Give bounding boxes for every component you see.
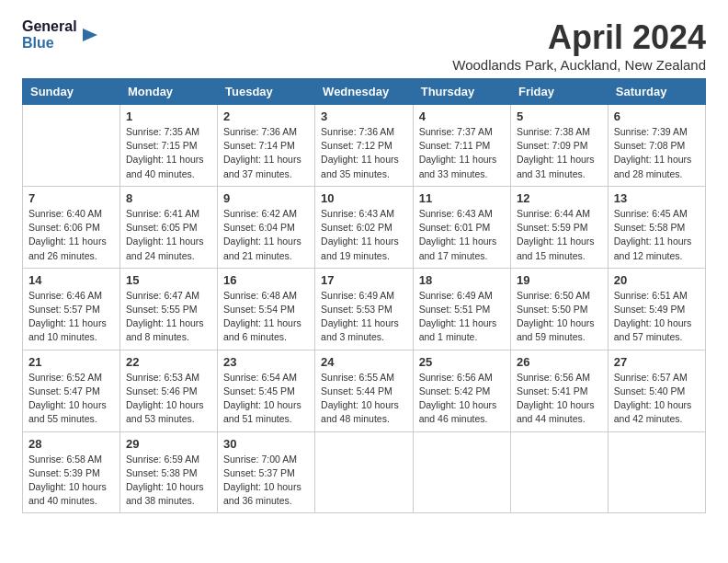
day-number: 5 (517, 109, 602, 123)
calendar-cell (510, 431, 608, 513)
day-number: 14 (28, 273, 114, 287)
calendar-cell: 30Sunrise: 7:00 AM Sunset: 5:37 PM Dayli… (218, 431, 315, 513)
day-number: 7 (28, 191, 114, 205)
day-info: Sunrise: 6:55 AM Sunset: 5:44 PM Dayligh… (321, 371, 407, 427)
calendar-cell: 21Sunrise: 6:52 AM Sunset: 5:47 PM Dayli… (23, 350, 120, 431)
column-header-monday: Monday (119, 79, 217, 105)
page-header: General Blue April 2024 Woodlands Park, … (22, 18, 706, 73)
day-number: 25 (419, 355, 505, 369)
day-info: Sunrise: 6:46 AM Sunset: 5:57 PM Dayligh… (28, 289, 114, 345)
calendar-cell: 27Sunrise: 6:57 AM Sunset: 5:40 PM Dayli… (608, 350, 705, 431)
column-header-thursday: Thursday (413, 79, 510, 105)
column-header-saturday: Saturday (608, 79, 705, 105)
day-info: Sunrise: 6:52 AM Sunset: 5:47 PM Dayligh… (28, 371, 114, 427)
calendar-week-row: 1Sunrise: 7:35 AM Sunset: 7:15 PM Daylig… (23, 105, 706, 187)
calendar-cell: 13Sunrise: 6:45 AM Sunset: 5:58 PM Dayli… (608, 186, 705, 268)
calendar-cell: 2Sunrise: 7:36 AM Sunset: 7:14 PM Daylig… (218, 105, 315, 187)
day-info: Sunrise: 6:54 AM Sunset: 5:45 PM Dayligh… (223, 371, 309, 427)
title-block: April 2024 Woodlands Park, Auckland, New… (452, 18, 706, 73)
day-number: 8 (126, 191, 211, 205)
day-info: Sunrise: 7:00 AM Sunset: 5:37 PM Dayligh… (223, 453, 309, 509)
calendar-week-row: 7Sunrise: 6:40 AM Sunset: 6:06 PM Daylig… (23, 186, 706, 268)
calendar-cell: 17Sunrise: 6:49 AM Sunset: 5:53 PM Dayli… (315, 268, 414, 350)
day-number: 17 (321, 273, 407, 287)
day-number: 22 (126, 355, 211, 369)
calendar-header-row: SundayMondayTuesdayWednesdayThursdayFrid… (23, 79, 706, 105)
day-number: 26 (517, 355, 602, 369)
calendar-cell (315, 431, 414, 513)
day-number: 29 (126, 437, 211, 451)
svg-marker-0 (83, 29, 97, 41)
day-info: Sunrise: 7:35 AM Sunset: 7:15 PM Dayligh… (126, 125, 211, 181)
calendar-cell: 12Sunrise: 6:44 AM Sunset: 5:59 PM Dayli… (510, 186, 608, 268)
column-header-tuesday: Tuesday (218, 79, 315, 105)
calendar-cell: 1Sunrise: 7:35 AM Sunset: 7:15 PM Daylig… (119, 105, 217, 187)
day-info: Sunrise: 7:37 AM Sunset: 7:11 PM Dayligh… (419, 125, 505, 181)
day-number: 1 (126, 109, 211, 123)
calendar-week-row: 21Sunrise: 6:52 AM Sunset: 5:47 PM Dayli… (23, 350, 706, 431)
day-info: Sunrise: 7:36 AM Sunset: 7:14 PM Dayligh… (223, 125, 309, 181)
calendar-cell: 24Sunrise: 6:55 AM Sunset: 5:44 PM Dayli… (315, 350, 414, 431)
day-info: Sunrise: 6:56 AM Sunset: 5:42 PM Dayligh… (419, 371, 505, 427)
day-info: Sunrise: 6:43 AM Sunset: 6:02 PM Dayligh… (321, 207, 407, 263)
day-number: 2 (223, 109, 309, 123)
day-info: Sunrise: 7:38 AM Sunset: 7:09 PM Dayligh… (517, 125, 602, 181)
day-info: Sunrise: 6:42 AM Sunset: 6:04 PM Dayligh… (223, 207, 309, 263)
day-info: Sunrise: 6:47 AM Sunset: 5:55 PM Dayligh… (126, 289, 211, 345)
location-title: Woodlands Park, Auckland, New Zealand (452, 57, 706, 73)
calendar-cell: 22Sunrise: 6:53 AM Sunset: 5:46 PM Dayli… (119, 350, 217, 431)
calendar-week-row: 28Sunrise: 6:58 AM Sunset: 5:39 PM Dayli… (23, 431, 706, 513)
day-number: 3 (321, 109, 407, 123)
day-info: Sunrise: 6:48 AM Sunset: 5:54 PM Dayligh… (223, 289, 309, 345)
day-info: Sunrise: 6:51 AM Sunset: 5:49 PM Dayligh… (614, 289, 700, 345)
day-number: 21 (28, 355, 114, 369)
column-header-wednesday: Wednesday (315, 79, 414, 105)
day-info: Sunrise: 7:39 AM Sunset: 7:08 PM Dayligh… (614, 125, 700, 181)
calendar-cell: 14Sunrise: 6:46 AM Sunset: 5:57 PM Dayli… (23, 268, 120, 350)
day-number: 4 (419, 109, 505, 123)
day-info: Sunrise: 6:45 AM Sunset: 5:58 PM Dayligh… (614, 207, 700, 263)
calendar-cell: 10Sunrise: 6:43 AM Sunset: 6:02 PM Dayli… (315, 186, 414, 268)
day-info: Sunrise: 6:53 AM Sunset: 5:46 PM Dayligh… (126, 371, 211, 427)
logo-block: General Blue (22, 18, 99, 51)
calendar-cell: 23Sunrise: 6:54 AM Sunset: 5:45 PM Dayli… (218, 350, 315, 431)
column-header-sunday: Sunday (23, 79, 120, 105)
calendar-cell: 3Sunrise: 7:36 AM Sunset: 7:12 PM Daylig… (315, 105, 414, 187)
day-info: Sunrise: 6:44 AM Sunset: 5:59 PM Dayligh… (517, 207, 602, 263)
day-number: 18 (419, 273, 505, 287)
calendar-cell: 19Sunrise: 6:50 AM Sunset: 5:50 PM Dayli… (510, 268, 608, 350)
calendar-cell: 18Sunrise: 6:49 AM Sunset: 5:51 PM Dayli… (413, 268, 510, 350)
calendar-week-row: 14Sunrise: 6:46 AM Sunset: 5:57 PM Dayli… (23, 268, 706, 350)
day-info: Sunrise: 6:40 AM Sunset: 6:06 PM Dayligh… (28, 207, 114, 263)
day-number: 10 (321, 191, 407, 205)
day-number: 9 (223, 191, 309, 205)
day-number: 6 (614, 109, 700, 123)
day-info: Sunrise: 6:50 AM Sunset: 5:50 PM Dayligh… (517, 289, 602, 345)
calendar-cell: 9Sunrise: 6:42 AM Sunset: 6:04 PM Daylig… (218, 186, 315, 268)
day-number: 23 (223, 355, 309, 369)
day-info: Sunrise: 6:58 AM Sunset: 5:39 PM Dayligh… (28, 453, 114, 509)
calendar-cell: 29Sunrise: 6:59 AM Sunset: 5:38 PM Dayli… (119, 431, 217, 513)
day-info: Sunrise: 6:59 AM Sunset: 5:38 PM Dayligh… (126, 453, 211, 509)
calendar-cell (23, 105, 120, 187)
calendar-cell: 7Sunrise: 6:40 AM Sunset: 6:06 PM Daylig… (23, 186, 120, 268)
day-number: 13 (614, 191, 700, 205)
day-number: 16 (223, 273, 309, 287)
month-title: April 2024 (452, 18, 706, 57)
day-number: 28 (28, 437, 114, 451)
day-number: 19 (517, 273, 602, 287)
day-info: Sunrise: 6:49 AM Sunset: 5:51 PM Dayligh… (419, 289, 505, 345)
calendar-cell: 28Sunrise: 6:58 AM Sunset: 5:39 PM Dayli… (23, 431, 120, 513)
calendar-cell: 25Sunrise: 6:56 AM Sunset: 5:42 PM Dayli… (413, 350, 510, 431)
calendar-cell (608, 431, 705, 513)
column-header-friday: Friday (510, 79, 608, 105)
calendar-cell: 16Sunrise: 6:48 AM Sunset: 5:54 PM Dayli… (218, 268, 315, 350)
calendar-cell: 26Sunrise: 6:56 AM Sunset: 5:41 PM Dayli… (510, 350, 608, 431)
logo-triangle-icon (79, 25, 99, 45)
day-number: 24 (321, 355, 407, 369)
logo-general: General (22, 18, 77, 35)
calendar-cell: 15Sunrise: 6:47 AM Sunset: 5:55 PM Dayli… (119, 268, 217, 350)
day-number: 27 (614, 355, 700, 369)
day-info: Sunrise: 6:56 AM Sunset: 5:41 PM Dayligh… (517, 371, 602, 427)
calendar-cell: 4Sunrise: 7:37 AM Sunset: 7:11 PM Daylig… (413, 105, 510, 187)
